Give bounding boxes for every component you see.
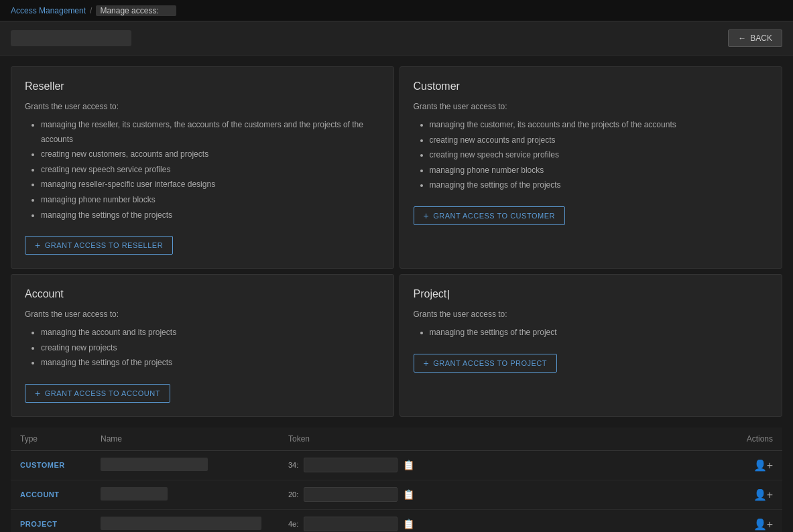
row-token: 34: 📋 <box>279 450 729 480</box>
project-list: managing the settings of the project <box>414 326 769 340</box>
token-prefix: 20: <box>288 490 298 498</box>
account-card: Account Grants the user access to: manag… <box>11 274 394 417</box>
row-token: 20: 📋 <box>279 480 729 509</box>
list-item: managing phone number blocks <box>430 163 769 178</box>
list-item: managing the settings of the project <box>430 326 769 340</box>
project-subtitle: Grants the user access to: <box>414 310 769 319</box>
account-title: Account <box>25 288 380 300</box>
list-item: managing phone number blocks <box>41 193 380 208</box>
row-name <box>91 480 279 509</box>
customer-title: Customer <box>414 80 769 92</box>
plus-icon: + <box>424 358 430 368</box>
col-header-type: Type <box>11 427 91 451</box>
grant-account-label: GRANT ACCESS TO ACCOUNT <box>45 389 160 397</box>
token-field <box>304 487 398 502</box>
breadcrumb: Access Management / Manage access: <box>11 5 176 16</box>
table-row: PROJECT 4e: 📋 👤+ <box>11 509 782 532</box>
plus-icon: + <box>35 389 41 398</box>
subnav: ← BACK <box>0 21 793 56</box>
token-field <box>304 458 398 472</box>
reseller-title: Reseller <box>25 80 380 92</box>
row-token: 4e: 📋 <box>279 509 729 532</box>
col-header-name: Name <box>91 427 279 451</box>
main-content: Reseller Grants the user access to: mana… <box>0 56 793 532</box>
grant-project-label: GRANT ACCESS TO PROJECT <box>433 359 547 367</box>
customer-card: Customer Grants the user access to: mana… <box>400 66 783 269</box>
token-field <box>304 517 398 531</box>
list-item: managing the reseller, its customers, th… <box>41 118 380 147</box>
token-wrapper: 34: 📋 <box>288 458 719 472</box>
name-field <box>101 458 208 471</box>
row-name <box>91 509 279 532</box>
list-item: creating new speech service profiles <box>430 148 769 163</box>
manage-user-icon[interactable]: 👤+ <box>753 488 773 501</box>
table-header-row: Type Name Token Actions <box>11 427 782 451</box>
row-actions: 👤+ <box>729 450 782 480</box>
list-item: managing the settings of the projects <box>41 356 380 371</box>
token-wrapper: 20: 📋 <box>288 487 719 502</box>
list-item: creating new projects <box>41 341 380 356</box>
list-item: managing reseller-specific user interfac… <box>41 178 380 192</box>
grant-customer-button[interactable]: + GRANT ACCESS TO CUSTOMER <box>414 206 565 225</box>
customer-list: managing the customer, its accounts and … <box>414 118 769 193</box>
list-item: creating new customers, accounts and pro… <box>41 147 380 162</box>
list-item: creating new speech service profiles <box>41 163 380 178</box>
back-arrow-icon: ← <box>738 34 746 43</box>
cards-grid: Reseller Grants the user access to: mana… <box>11 66 782 417</box>
row-type: ACCOUNT <box>11 480 91 509</box>
copy-icon[interactable]: 📋 <box>403 489 414 500</box>
account-subtitle: Grants the user access to: <box>25 310 380 319</box>
token-wrapper: 4e: 📋 <box>288 517 719 531</box>
name-field <box>101 487 168 501</box>
list-item: managing the account and its projects <box>41 326 380 340</box>
reseller-list: managing the reseller, its customers, th… <box>25 118 380 222</box>
list-item: managing the settings of the projects <box>430 178 769 193</box>
table-row: CUSTOMER 34: 📋 👤+ <box>11 450 782 480</box>
col-header-token: Token <box>279 427 729 451</box>
project-card: Project Grants the user access to: manag… <box>400 274 783 417</box>
account-list: managing the account and its projects cr… <box>25 326 380 371</box>
row-name <box>91 450 279 480</box>
subnav-placeholder <box>11 30 131 46</box>
token-prefix: 34: <box>288 461 298 469</box>
back-label: BACK <box>750 34 772 43</box>
row-actions: 👤+ <box>729 509 782 532</box>
project-title: Project <box>414 288 769 300</box>
col-header-actions: Actions <box>729 427 782 451</box>
token-prefix: 4e: <box>288 520 298 528</box>
breadcrumb-link[interactable]: Access Management <box>11 6 86 15</box>
plus-icon: + <box>35 241 41 250</box>
grant-reseller-button[interactable]: + GRANT ACCESS TO RESELLER <box>25 236 173 255</box>
reseller-card: Reseller Grants the user access to: mana… <box>11 66 394 269</box>
list-item: creating new accounts and projects <box>430 133 769 148</box>
table-row: ACCOUNT 20: 📋 👤+ <box>11 480 782 509</box>
access-table: Type Name Token Actions CUSTOMER 34: <box>11 427 782 532</box>
reseller-subtitle: Grants the user access to: <box>25 102 380 111</box>
grant-customer-label: GRANT ACCESS TO CUSTOMER <box>433 212 555 220</box>
row-type: PROJECT <box>11 509 91 532</box>
row-type: CUSTOMER <box>11 450 91 480</box>
plus-icon: + <box>424 211 430 220</box>
breadcrumb-separator: / <box>90 6 92 15</box>
copy-icon[interactable]: 📋 <box>403 519 414 529</box>
breadcrumb-current: Manage access: <box>96 5 176 16</box>
back-button[interactable]: ← BACK <box>728 29 782 47</box>
cursor-icon <box>448 290 449 300</box>
row-actions: 👤+ <box>729 480 782 509</box>
grant-project-button[interactable]: + GRANT ACCESS TO PROJECT <box>414 354 558 373</box>
list-item: managing the settings of the projects <box>41 208 380 223</box>
manage-user-icon[interactable]: 👤+ <box>753 459 773 472</box>
manage-user-icon[interactable]: 👤+ <box>753 518 773 531</box>
topbar: Access Management / Manage access: <box>0 0 793 21</box>
name-field <box>101 517 261 530</box>
grant-account-button[interactable]: + GRANT ACCESS TO ACCOUNT <box>25 384 170 403</box>
customer-subtitle: Grants the user access to: <box>414 102 769 111</box>
grant-reseller-label: GRANT ACCESS TO RESELLER <box>45 241 163 249</box>
copy-icon[interactable]: 📋 <box>403 460 414 470</box>
list-item: managing the customer, its accounts and … <box>430 118 769 133</box>
